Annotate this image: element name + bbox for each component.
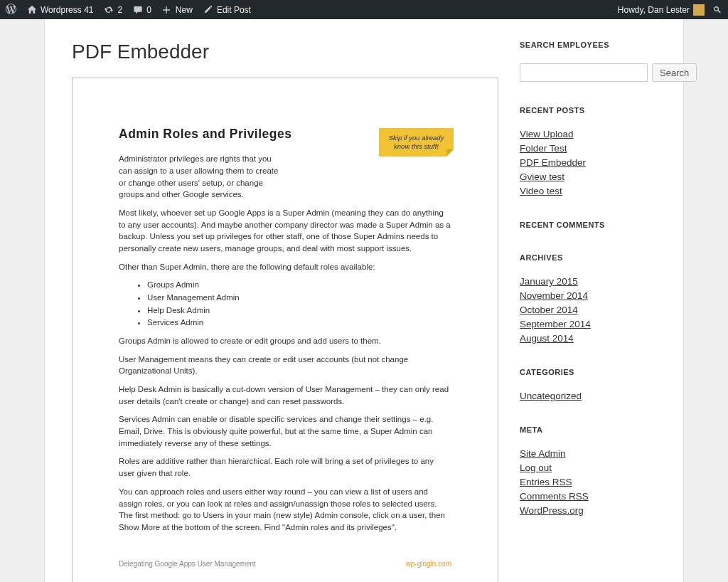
widget-title: META	[520, 425, 662, 434]
widget-title: CATEGORIES	[520, 368, 662, 376]
pdf-footer-right: wp-glogin.com	[406, 559, 451, 570]
site-name: Wordpress 41	[41, 5, 93, 15]
pdf-paragraph: User Management means they can create or…	[119, 354, 451, 377]
pdf-paragraph: Help Desk Admin is basically a cut-down …	[119, 383, 451, 407]
pdf-paragraph: Services Admin can enable or disable spe…	[119, 413, 451, 449]
meta-link[interactable]: Site Admin	[520, 448, 566, 459]
widget-recent-comments: RECENT COMMENTS	[520, 221, 662, 229]
meta-link[interactable]: Comments RSS	[520, 491, 589, 502]
archive-link[interactable]: August 2014	[520, 333, 574, 344]
page-title: PDF Embedder	[72, 41, 498, 63]
pdf-paragraph: You can approach roles and users either …	[119, 486, 451, 534]
meta-link[interactable]: WordPress.org	[520, 505, 584, 516]
recent-post-link[interactable]: Folder Test	[520, 143, 567, 154]
comments-link[interactable]: 0	[132, 4, 151, 15]
pdf-footer-left: Delegating Google Apps User Management	[119, 559, 256, 570]
pdf-paragraph: Other than Super Admin, there are the fo…	[119, 261, 451, 273]
admin-bar: Wordpress 41 2 0 New Edit Post Howdy, Da…	[0, 0, 728, 19]
home-icon	[26, 4, 37, 15]
updates-link[interactable]: 2	[103, 4, 122, 15]
widget-title: RECENT COMMENTS	[520, 221, 662, 229]
edit-post-link[interactable]: Edit Post	[203, 4, 251, 15]
greeting: Howdy, Dan Lester	[618, 5, 690, 15]
widget-archives: ARCHIVES January 2015 November 2014 Octo…	[520, 253, 662, 344]
plus-icon	[161, 4, 172, 15]
category-link[interactable]: Uncategorized	[520, 391, 582, 401]
pdf-role-list: Groups Admin User Management Admin Help …	[147, 279, 451, 329]
pdf-sticky-note: Skip if you already know this stuff!	[379, 128, 454, 157]
new-link[interactable]: New	[161, 4, 193, 15]
recent-post-link[interactable]: PDF Embedder	[520, 157, 586, 168]
pdf-viewer: Skip if you already know this stuff! Adm…	[72, 78, 498, 582]
pdf-paragraph: Roles are additive rather than hierarchi…	[119, 455, 451, 479]
archive-link[interactable]: September 2014	[520, 319, 591, 329]
meta-link[interactable]: Entries RSS	[520, 477, 572, 487]
site-name-link[interactable]: Wordpress 41	[26, 4, 93, 15]
new-label: New	[176, 5, 193, 15]
pdf-paragraph: Administrator privileges are rights that…	[119, 153, 282, 201]
search-icon	[712, 4, 722, 15]
widget-title: RECENT POSTS	[520, 106, 662, 115]
comment-icon	[132, 4, 143, 15]
widget-recent-posts: RECENT POSTS View Upload Folder Test PDF…	[520, 106, 662, 196]
meta-link[interactable]: Log out	[520, 462, 552, 473]
edit-post-label: Edit Post	[217, 5, 251, 15]
archive-link[interactable]: October 2014	[520, 305, 578, 315]
widget-meta: META Site Admin Log out Entries RSS Comm…	[520, 425, 662, 516]
avatar	[693, 4, 705, 16]
recent-post-link[interactable]: View Upload	[520, 129, 574, 139]
archive-link[interactable]: January 2015	[520, 276, 578, 287]
widget-title: ARCHIVES	[520, 253, 662, 262]
recent-post-link[interactable]: Video test	[520, 186, 562, 196]
pdf-paragraph: Groups Admin is allowed to create or edi…	[119, 335, 451, 347]
pdf-role-item: Groups Admin	[147, 279, 451, 291]
wp-logo[interactable]	[6, 4, 16, 16]
widget-categories: CATEGORIES Uncategorized	[520, 368, 662, 401]
pdf-role-item: Services Admin	[147, 317, 451, 329]
update-icon	[103, 4, 114, 15]
widget-title: SEARCH EMPLOYEES	[520, 41, 662, 49]
search-toggle[interactable]	[712, 4, 722, 15]
search-button[interactable]: Search	[652, 63, 697, 82]
pencil-icon	[203, 4, 213, 15]
pdf-role-item: User Management Admin	[147, 292, 451, 304]
archive-link[interactable]: November 2014	[520, 290, 588, 301]
update-count: 2	[117, 5, 122, 15]
pdf-paragraph: Most likely, whoever set up Google Apps …	[119, 207, 451, 255]
account-link[interactable]: Howdy, Dan Lester	[618, 4, 705, 16]
search-input[interactable]	[520, 63, 648, 82]
comment-count: 0	[146, 5, 151, 15]
pdf-role-item: Help Desk Admin	[147, 305, 451, 317]
recent-post-link[interactable]: Gview test	[520, 171, 564, 182]
wordpress-icon	[6, 4, 16, 16]
widget-search: SEARCH EMPLOYEES Search	[520, 41, 662, 82]
pdf-page: Skip if you already know this stuff! Adm…	[73, 78, 498, 582]
